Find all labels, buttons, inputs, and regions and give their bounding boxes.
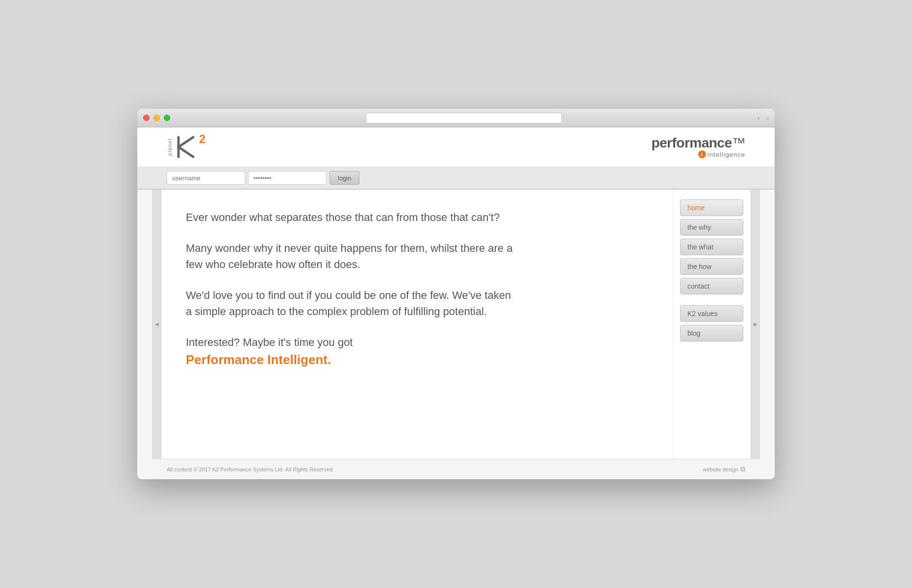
footer: All content © 2017 K2 Performance System… xyxy=(137,459,775,479)
perf-bold: performance xyxy=(651,135,732,150)
username-input[interactable] xyxy=(167,171,245,185)
forward-arrow-icon[interactable]: › xyxy=(767,115,769,122)
browser-content: planet 2 performance™ i intelligence xyxy=(137,127,775,479)
nav-divider xyxy=(680,297,743,302)
minimize-button[interactable] xyxy=(153,115,160,121)
paragraph-2: Many wonder why it never quite happens f… xyxy=(186,240,519,272)
logo-planet-text: planet xyxy=(167,138,173,156)
password-input[interactable] xyxy=(248,171,327,185)
scroll-handle-right[interactable]: ▶ xyxy=(751,190,760,459)
perf-logo-text: performance™ xyxy=(651,136,745,151)
nav-item-the-how[interactable]: the how xyxy=(680,258,743,275)
paragraph-1: Ever wonder what separates those that ca… xyxy=(186,209,519,225)
nav-item-k2-values[interactable]: K2 values xyxy=(680,305,743,322)
logo-area: planet 2 xyxy=(167,135,205,159)
login-bar: login xyxy=(137,167,775,190)
content-area: Ever wonder what separates those that ca… xyxy=(161,190,672,459)
nav-item-the-why[interactable]: the why xyxy=(680,219,743,236)
back-arrow-icon[interactable]: ‹ xyxy=(758,115,760,122)
site-header: planet 2 performance™ i intelligence xyxy=(137,127,775,167)
footer-design-label: website design xyxy=(703,466,738,472)
traffic-lights xyxy=(143,115,170,121)
scroll-handle-left[interactable]: ◀ xyxy=(152,190,161,459)
nav-item-blog[interactable]: blog xyxy=(680,325,743,342)
title-bar: ‹ › xyxy=(137,109,775,127)
svg-line-2 xyxy=(178,147,193,157)
close-button[interactable] xyxy=(143,115,150,121)
mac-window: ‹ › planet 2 performance™ xyxy=(137,109,775,479)
paragraph-3: We'd love you to find out if you could b… xyxy=(186,287,519,319)
svg-line-1 xyxy=(178,137,193,147)
perf-logo-sub: i intelligence xyxy=(651,150,745,158)
maximize-button[interactable] xyxy=(164,115,170,121)
nav-item-the-what[interactable]: the what xyxy=(680,239,743,255)
sidebar: home the why the what the how contact K2… xyxy=(672,190,751,459)
url-bar xyxy=(170,113,758,123)
paragraph-4-plain: Interested? Maybe it's time you got xyxy=(186,336,353,348)
paragraph-4-highlight: Performance Intelligent. xyxy=(186,352,331,367)
main-content: ◀ Ever wonder what separates those that … xyxy=(152,190,760,459)
perf-sub-text: intelligence xyxy=(708,151,745,158)
logo-k2: 2 xyxy=(175,135,205,159)
footer-design: website design ⧉ xyxy=(703,465,745,473)
nav-item-home[interactable]: home xyxy=(680,199,743,216)
paragraph-4: Interested? Maybe it's time you got Perf… xyxy=(186,334,519,369)
perf-tm: ™ xyxy=(732,135,746,150)
logo-superscript: 2 xyxy=(199,132,205,146)
content-text: Ever wonder what separates those that ca… xyxy=(186,209,519,369)
nav-item-contact[interactable]: contact xyxy=(680,278,743,294)
footer-copyright: All content © 2017 K2 Performance System… xyxy=(167,466,334,472)
url-input[interactable] xyxy=(366,113,562,123)
external-link-icon: ⧉ xyxy=(740,465,745,473)
k2-logo-icon xyxy=(175,135,199,159)
perf-logo: performance™ i intelligence xyxy=(651,136,745,159)
browser-nav: ‹ › xyxy=(758,115,769,122)
circle-i-icon: i xyxy=(698,150,706,158)
login-button[interactable]: login xyxy=(329,171,359,185)
